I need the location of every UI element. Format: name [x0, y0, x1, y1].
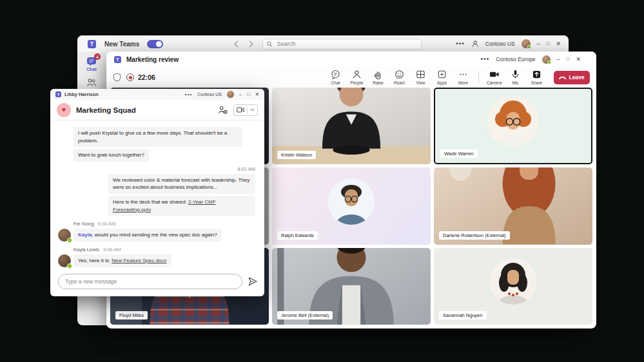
close-button[interactable]: ✕: [255, 92, 259, 97]
sender-name: Fei Xiong: [73, 221, 94, 227]
participant-avatar: [490, 258, 536, 305]
participant-avatar: [328, 178, 375, 225]
react-label: React: [394, 81, 405, 85]
message-bubble: Here is the deck that we shared: 2-Year …: [108, 196, 255, 216]
person-icon[interactable]: [471, 40, 479, 48]
file-link[interactable]: New Feature Spec.docx: [112, 258, 166, 263]
message-time: 9:46 AM: [103, 247, 121, 252]
chat-group-title: Marketing Squad: [76, 106, 136, 114]
participant-name: Savannah Nguyen: [439, 311, 487, 319]
message-list: I will push Krystal to give us a few mor…: [50, 120, 264, 270]
chat-bubble-icon: [331, 70, 340, 79]
leave-button[interactable]: Leave: [554, 71, 590, 84]
meeting-more-button[interactable]: More: [453, 68, 473, 86]
account-name: Contoso US: [197, 92, 222, 97]
meeting-apps-button[interactable]: Apps: [432, 68, 452, 86]
view-grid-icon: [416, 70, 425, 79]
video-tile-wade-warren[interactable]: Wade Warren: [434, 88, 592, 164]
meeting-view-button[interactable]: View: [411, 68, 431, 86]
chat-titlebar-right: ••• Contoso US – □ ✕: [185, 91, 259, 98]
presence-dot: [547, 61, 551, 64]
sender-avatar[interactable]: ✓: [58, 229, 71, 242]
meeting-chat-button[interactable]: Chat: [326, 68, 346, 86]
send-icon[interactable]: [248, 276, 258, 287]
raise-hand-icon: [373, 70, 383, 79]
button-divider: [247, 106, 248, 114]
nav-buttons: [235, 42, 252, 46]
video-call-button[interactable]: [233, 104, 258, 116]
teams-logo-icon: T: [114, 56, 121, 63]
meeting-react-button[interactable]: React: [389, 68, 409, 86]
more-icon[interactable]: •••: [481, 56, 490, 62]
message-header: Fei Xiong9:30 AM: [58, 221, 255, 227]
maximize-button[interactable]: □: [567, 57, 570, 62]
close-button[interactable]: ✕: [576, 57, 581, 62]
chat-titlebar: T Libby Harrison ••• Contoso US – □ ✕: [50, 89, 264, 100]
toolbar-separator: [478, 71, 479, 83]
mention[interactable]: Kayla,: [78, 232, 93, 238]
main-titlebar-right: ••• Contoso US – □ ✕: [456, 39, 569, 48]
search-input[interactable]: [276, 40, 418, 48]
leave-label: Leave: [569, 74, 584, 81]
recording-indicator: [126, 73, 134, 81]
video-tile-savannah-nguyen[interactable]: Savannah Nguyen: [434, 248, 592, 325]
camera-button[interactable]: Camera: [484, 68, 504, 86]
close-button[interactable]: ✕: [556, 41, 561, 47]
presence-available-icon: ✓: [67, 263, 72, 269]
react-smiley-icon: [395, 70, 404, 79]
meeting-people-button[interactable]: People: [347, 68, 367, 86]
camera-icon: [489, 70, 500, 79]
more-dots-icon: [458, 70, 468, 79]
view-label: View: [416, 81, 425, 85]
main-titlebar: T New Teams ••• Contoso US – □ ✕: [77, 35, 569, 52]
share-button[interactable]: Share: [527, 68, 547, 86]
forward-chevron-icon[interactable]: [247, 41, 253, 47]
search-box[interactable]: [262, 39, 422, 50]
message-row: I will push Krystal to give us a few mor…: [58, 127, 255, 147]
back-chevron-icon[interactable]: [235, 41, 241, 47]
sender-avatar[interactable]: ✓: [58, 254, 71, 267]
maximize-button[interactable]: □: [247, 92, 250, 97]
mic-label: Mic: [512, 81, 518, 85]
chat-label: Chat: [331, 81, 340, 85]
camera-label: Camera: [487, 81, 502, 85]
presence-available-icon: ✓: [67, 238, 72, 243]
apps-icon: [437, 70, 447, 79]
meeting-raise-button[interactable]: Raise: [368, 68, 388, 86]
video-tile-darlene-robertson[interactable]: Darlene Robertson (External): [434, 167, 592, 244]
message-composer: [50, 270, 264, 296]
new-teams-toggle[interactable]: [147, 40, 163, 48]
chat-window-user: Libby Harrison: [64, 91, 99, 97]
timestamp: 8:01 AM: [58, 166, 255, 172]
people-icon: [352, 70, 362, 79]
message-bubble: I will push Krystal to give us a few mor…: [73, 127, 242, 147]
manage-people-icon[interactable]: [218, 106, 228, 114]
more-icon[interactable]: •••: [185, 92, 192, 97]
share-label: Share: [531, 81, 542, 85]
raise-label: Raise: [373, 81, 384, 85]
message-input[interactable]: [58, 274, 242, 289]
meeting-timer: 22:06: [138, 73, 155, 81]
participant-name: Jerome Bell (External): [277, 311, 333, 319]
user-avatar[interactable]: [227, 91, 234, 98]
minimize-button[interactable]: –: [239, 92, 242, 97]
video-tile-ralph-edwards[interactable]: Ralph Edwards: [272, 167, 431, 244]
minimize-button[interactable]: –: [537, 41, 540, 47]
maximize-button[interactable]: □: [547, 41, 550, 46]
mic-button[interactable]: Mic: [505, 68, 525, 86]
message-bubble: Want to grab lunch together?: [73, 149, 149, 162]
minimize-button[interactable]: –: [557, 57, 560, 62]
rail-item-chat[interactable]: 4 Chat: [86, 56, 97, 71]
people-label: People: [350, 81, 363, 85]
chevron-down-icon: [250, 108, 255, 111]
user-avatar[interactable]: [522, 39, 531, 48]
message-bubble: Yes, here it is: New Feature Spec.docx: [73, 254, 171, 267]
toggle-knob: [156, 41, 162, 47]
video-tile-jerome-bell[interactable]: Jerome Bell (External): [272, 248, 431, 325]
message-row-sent: Here is the deck that we shared: 2-Year …: [58, 196, 255, 216]
more-icon[interactable]: •••: [456, 41, 465, 47]
video-tile-kristin-watson[interactable]: Kristin Watson: [272, 88, 431, 164]
user-avatar[interactable]: [542, 55, 551, 64]
new-teams-label: New Teams: [104, 41, 139, 48]
presence-dot: [527, 45, 531, 49]
